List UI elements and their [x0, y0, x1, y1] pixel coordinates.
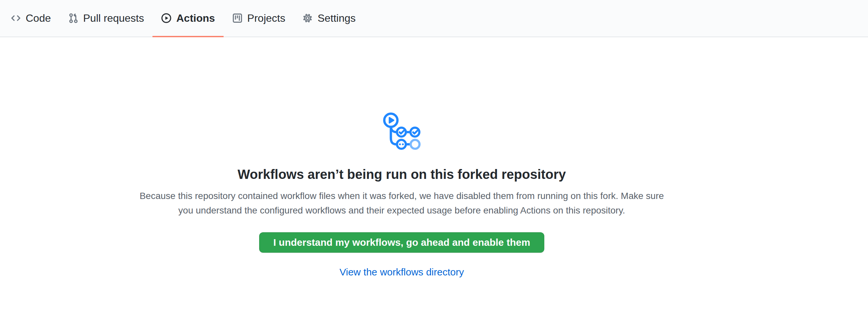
- tab-actions[interactable]: Actions: [152, 0, 223, 37]
- tab-label: Settings: [317, 13, 355, 23]
- tab-label: Projects: [247, 13, 285, 23]
- actions-workflow-graph-icon: [382, 111, 421, 150]
- project-board-icon: [232, 13, 243, 23]
- enable-workflows-button[interactable]: I understand my workflows, go ahead and …: [259, 232, 544, 253]
- view-workflows-directory-link[interactable]: View the workflows directory: [340, 267, 464, 278]
- tab-label: Actions: [176, 13, 215, 23]
- actions-blankslate: Workflows aren’t being run on this forke…: [0, 37, 803, 278]
- tab-label: Pull requests: [83, 13, 144, 23]
- tab-projects[interactable]: Projects: [224, 0, 294, 37]
- blankslate-title: Workflows aren’t being run on this forke…: [238, 166, 566, 182]
- tab-label: Code: [26, 13, 51, 23]
- tab-pull-requests[interactable]: Pull requests: [60, 0, 153, 37]
- tab-settings[interactable]: Settings: [294, 0, 364, 37]
- repo-tab-bar: Code Pull requests Actions Projects: [0, 0, 868, 37]
- code-icon: [10, 13, 21, 23]
- blankslate-description: Because this repository contained workfl…: [132, 189, 672, 218]
- tab-code[interactable]: Code: [2, 0, 60, 37]
- pull-request-icon: [68, 13, 79, 23]
- play-circle-icon: [161, 13, 172, 23]
- gear-icon: [302, 13, 313, 23]
